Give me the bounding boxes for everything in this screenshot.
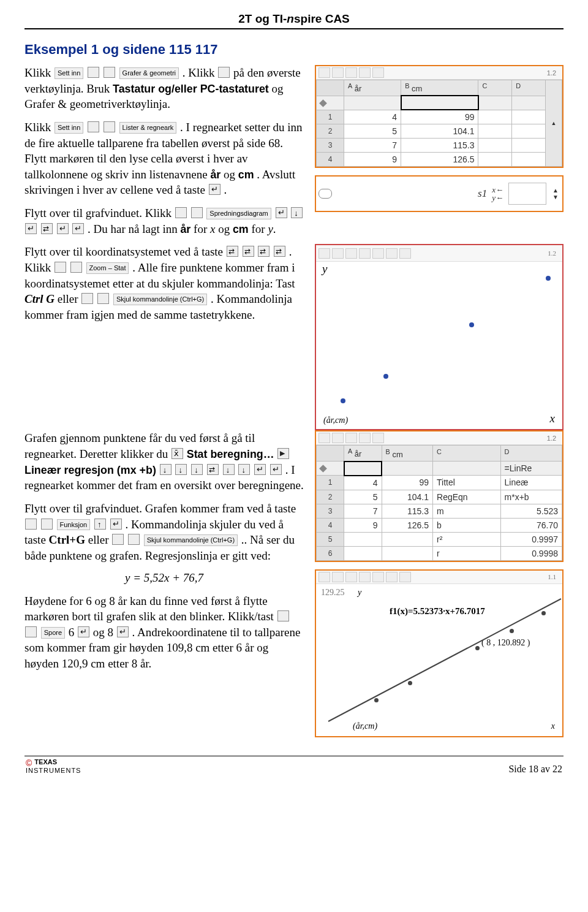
section-title: Eksempel 1 og sidene 115 117 [24, 42, 564, 58]
tab-key-icon [227, 246, 238, 257]
table-row: 49126.5b76.70 [317, 518, 562, 532]
graph-icon[interactable] [104, 67, 115, 78]
button-spredning[interactable]: Spredningsdiagram [206, 208, 271, 219]
view-icon[interactable] [97, 293, 109, 304]
origin-label: (år,cm) [323, 416, 348, 425]
toolbar-icon[interactable] [345, 572, 357, 582]
toolbar-icon[interactable] [318, 433, 330, 443]
toolbar-icon[interactable] [345, 248, 357, 259]
button-sett-inn[interactable]: Sett inn [55, 67, 83, 79]
doc-tab[interactable]: 1.1 [544, 573, 560, 580]
toolbar-icon[interactable] [386, 572, 398, 582]
enter-key-icon [25, 223, 37, 234]
page-number: Side 18 av 22 [508, 764, 562, 775]
table-row: 5r²0.9997 [317, 532, 562, 546]
xbar-icon[interactable] [172, 448, 183, 459]
down-key-icon [291, 207, 303, 218]
table-row: 49126.5 [317, 153, 562, 167]
toolbar-icon[interactable] [372, 248, 384, 259]
toolbar-icon[interactable] [372, 433, 384, 443]
button-spore[interactable]: Spore [41, 627, 65, 639]
xy-selector[interactable]: x← y← [492, 186, 503, 202]
down-key-icon [160, 464, 172, 475]
button-grafer[interactable]: Grafer & geometri [119, 67, 179, 79]
enter-key-icon [72, 223, 84, 234]
scrollbar[interactable]: ▲ [546, 80, 562, 167]
view-icon[interactable] [128, 534, 140, 545]
doc-tab[interactable]: 1.2 [544, 249, 560, 257]
data-point [510, 629, 514, 633]
toolbar-icon[interactable] [318, 572, 330, 582]
tab-key-icon [41, 223, 53, 234]
toolbar-icon[interactable] [359, 248, 371, 259]
toolbar-icon[interactable] [359, 433, 371, 443]
enter-key-icon [78, 626, 89, 637]
spreadsheet-icon[interactable] [104, 121, 115, 132]
toolbar-icon[interactable] [345, 433, 357, 443]
eye-icon[interactable] [318, 189, 332, 199]
toolbar-icon[interactable] [399, 572, 411, 582]
menu-icon[interactable] [277, 610, 289, 621]
data-point [374, 698, 379, 702]
button-lister[interactable]: Lister & regneark [119, 122, 177, 134]
button-skjul-kom[interactable]: Skjul kommandolinje (Ctrl+G) [144, 534, 238, 546]
toolbar-icon[interactable] [372, 572, 384, 582]
svg-line-0 [328, 599, 561, 721]
dropdown-icon[interactable] [88, 121, 99, 132]
toolbar-icon[interactable] [372, 67, 384, 78]
table-row: 37115.3 [317, 139, 562, 153]
data-point [546, 276, 551, 281]
dropdown-icon[interactable] [88, 67, 99, 78]
toolbar-icon[interactable] [345, 67, 357, 78]
doc-tab[interactable]: 1.2 [543, 69, 560, 77]
menu-icon[interactable] [175, 207, 187, 218]
tab-key-icon [243, 246, 254, 257]
tab-key-icon [207, 464, 219, 475]
button-zoom-stat[interactable]: Zoom – Stat [86, 262, 129, 274]
toolbar-icon[interactable] [359, 67, 371, 78]
paragraph-2: Klikk Sett inn Lister & regneark . I reg… [24, 120, 304, 198]
toolbar-icon[interactable] [332, 248, 344, 259]
menu-icon[interactable] [55, 262, 66, 273]
button-funksjon[interactable]: Funksjon [57, 519, 91, 531]
menu-icon[interactable] [81, 293, 93, 304]
toolbar-icon[interactable] [318, 248, 330, 259]
paragraph-4: Flytt over til koordinatsystemet ved å t… [24, 244, 304, 322]
menu-icon[interactable] [112, 534, 124, 545]
enter-key-icon [254, 464, 266, 475]
screenshot-spreadsheet-1: 1.2 A år B cm C D ▲ 1499 25104.1 37115.3… [315, 65, 564, 168]
paragraph-6: Flytt over til grafvinduet. Grafen komme… [24, 501, 304, 564]
button-skjul-kom[interactable]: Skjul kommandolinje (Ctrl+G) [113, 294, 207, 305]
paragraph-1: Klikk Sett inn Grafer & geometri . Klikk… [24, 65, 304, 112]
y-axis-label: y [322, 262, 327, 276]
toolbar-icon[interactable] [332, 67, 344, 78]
toolbar-icon[interactable] [332, 433, 344, 443]
screenshot-regression-graph: 1.1 129.25 y f1(x)=5.52373·x+76.7017 ( 8… [315, 569, 564, 737]
regression-line [316, 587, 564, 736]
button-sett-inn[interactable]: Sett inn [55, 122, 83, 134]
graph-tool-icon[interactable] [218, 67, 230, 78]
enter-key-icon [209, 184, 221, 195]
doc-tab[interactable]: 1.2 [543, 435, 560, 442]
enter-key-icon [57, 223, 69, 234]
paragraph-7: Høydene for 6 og 8 år kan du finne ved f… [24, 593, 304, 672]
toolbar-icon[interactable] [359, 572, 371, 582]
tab-key-icon [274, 246, 285, 257]
toolbar-icon[interactable] [386, 248, 398, 259]
tab-key-icon [258, 246, 270, 257]
spreadsheet-toolbar: 1.2 [316, 66, 562, 80]
page-title: 2T og TI-nspire CAS [24, 12, 564, 26]
zoom-icon[interactable] [70, 262, 82, 273]
table-row: 25104.1 [317, 124, 562, 139]
chart-type-icon[interactable] [191, 207, 203, 218]
ti-logo: © TEXAS INSTRUMENTS [26, 759, 81, 775]
toolbar-icon[interactable] [318, 67, 330, 78]
down-key-icon [238, 464, 250, 475]
toolbar-icon[interactable] [399, 248, 411, 259]
toolbar-icon[interactable] [332, 572, 344, 582]
fx-icon[interactable] [41, 519, 53, 530]
right-key-icon [277, 448, 289, 459]
mini-chart-icon [508, 183, 546, 205]
trace-icon[interactable] [25, 626, 37, 637]
menu-icon[interactable] [25, 519, 37, 530]
